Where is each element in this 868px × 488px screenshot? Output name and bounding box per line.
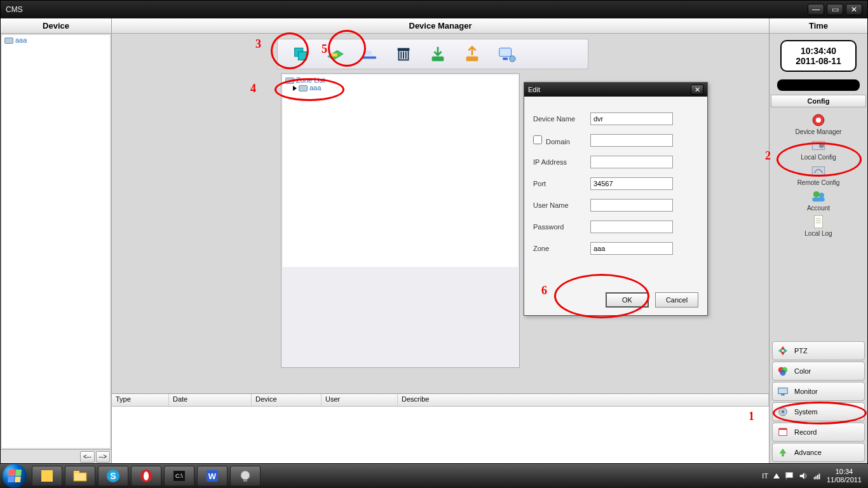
taskbar-opera[interactable] (131, 466, 161, 486)
accordion-system[interactable]: System (772, 402, 865, 421)
edit-icon[interactable] (358, 43, 381, 65)
left-panel-header: Device (1, 18, 111, 34)
port-input[interactable] (590, 177, 673, 190)
config-item-device-manager[interactable]: Device Manager (770, 112, 867, 135)
cancel-button[interactable]: Cancel (655, 292, 698, 308)
svg-rect-31 (778, 388, 787, 394)
ptz-icon (776, 344, 789, 357)
svg-rect-40 (74, 471, 79, 473)
zone-tree[interactable]: Zone List aaa (283, 75, 518, 267)
tray-flag-icon[interactable] (785, 471, 794, 480)
svg-point-22 (819, 193, 824, 198)
edit-dialog-titlebar[interactable]: Edit ✕ (524, 83, 707, 97)
device-icon (4, 37, 13, 44)
add-zone-icon[interactable] (289, 43, 312, 65)
config-item-local-log[interactable]: Local Log (770, 214, 867, 237)
username-input[interactable] (590, 199, 673, 212)
export-icon[interactable] (461, 43, 484, 65)
tray-language[interactable]: IT (762, 472, 768, 480)
taskbar-stickynotes[interactable] (32, 466, 62, 486)
device-icon (299, 85, 308, 92)
taskbar-skype[interactable]: S (98, 466, 128, 486)
device-tree-item[interactable]: aaa (15, 36, 27, 44)
accordion-label: Monitor (794, 388, 818, 395)
accordion-advance[interactable]: Advance (772, 443, 865, 462)
center-panel: Device Manager (112, 18, 769, 463)
minimize-button[interactable]: — (808, 4, 824, 15)
svg-rect-1 (298, 51, 306, 60)
monitor-icon (776, 385, 789, 398)
start-button[interactable] (3, 464, 27, 488)
svg-rect-39 (74, 473, 86, 481)
title-bar: CMS — ▭ ✕ (1, 1, 867, 18)
log-col-device[interactable]: Device (252, 394, 322, 406)
log-col-user[interactable]: User (322, 394, 398, 406)
taskbar-cmd[interactable]: C:\ (164, 466, 194, 486)
edit-close-button[interactable]: ✕ (691, 85, 703, 95)
zone-input[interactable] (590, 242, 673, 255)
left-nav-prev[interactable]: <-- (80, 451, 95, 463)
device-toolbar (277, 39, 588, 69)
zone-tree-child[interactable]: aaa (309, 84, 321, 92)
device-tree[interactable]: aaa (2, 35, 110, 448)
svg-rect-54 (814, 477, 815, 480)
tray-show-hidden-icon[interactable] (773, 473, 780, 478)
close-button[interactable]: ✕ (846, 4, 862, 15)
remote-config-icon (809, 163, 828, 179)
svg-rect-12 (466, 57, 478, 62)
svg-point-17 (816, 118, 821, 123)
taskbar-explorer[interactable] (65, 466, 95, 486)
expand-arrow-icon[interactable] (293, 86, 297, 91)
ip-address-label: IP Address (533, 158, 590, 166)
domain-checkbox[interactable] (533, 135, 542, 144)
svg-rect-5 (363, 50, 372, 55)
left-nav-next[interactable]: --> (96, 451, 111, 463)
ok-button[interactable]: OK (606, 292, 649, 308)
status-pill (777, 79, 860, 91)
accordion-label: Color (794, 367, 811, 375)
svg-point-21 (813, 191, 820, 198)
svg-rect-13 (499, 48, 512, 57)
local-config-icon (809, 137, 828, 154)
maximize-button[interactable]: ▭ (827, 4, 843, 15)
tray-volume-icon[interactable] (799, 471, 808, 480)
svg-rect-38 (41, 470, 53, 482)
accordion-ptz[interactable]: PTZ (772, 341, 865, 360)
time-header: Time (770, 18, 867, 34)
password-input[interactable] (590, 220, 673, 233)
tray-time: 10:34 (827, 468, 862, 476)
config-item-remote-config[interactable]: Remote Config (770, 163, 867, 186)
delete-icon[interactable] (392, 43, 415, 65)
connection-test-icon[interactable] (495, 43, 518, 65)
device-name-input[interactable] (590, 112, 673, 125)
domain-label: Domain (546, 138, 570, 146)
config-header: Config (771, 95, 866, 107)
system-tray[interactable]: IT 10:34 11/08/2011 (762, 468, 865, 484)
log-col-type[interactable]: Type (112, 394, 169, 406)
accordion-color[interactable]: Color (772, 362, 865, 381)
import-icon[interactable] (426, 43, 449, 65)
accordion-record[interactable]: Record (772, 423, 865, 442)
log-col-describe[interactable]: Describe (398, 394, 769, 406)
add-device-icon[interactable] (323, 43, 346, 65)
svg-rect-14 (503, 58, 508, 60)
accordion-monitor[interactable]: Monitor (772, 382, 865, 401)
log-col-date[interactable]: Date (169, 394, 252, 406)
left-panel: Device aaa <-- --> (1, 18, 112, 463)
svg-rect-24 (815, 215, 823, 228)
account-icon (809, 188, 828, 205)
config-item-local-config[interactable]: Local Config (770, 137, 867, 161)
tray-network-icon[interactable] (813, 471, 822, 480)
device-manager-icon (809, 112, 828, 128)
config-item-account[interactable]: Account (770, 188, 867, 212)
taskbar-word[interactable]: W (197, 466, 227, 486)
ip-address-input[interactable] (590, 156, 673, 168)
annotation-number-3: 3 (255, 37, 261, 51)
svg-text:W: W (208, 471, 217, 481)
svg-point-30 (780, 370, 786, 376)
svg-rect-32 (781, 395, 784, 396)
zone-tree-root[interactable]: Zone List (296, 76, 325, 84)
taskbar-cms[interactable] (230, 466, 261, 486)
domain-input[interactable] (590, 134, 673, 147)
tray-clock[interactable]: 10:34 11/08/2011 (827, 468, 862, 484)
